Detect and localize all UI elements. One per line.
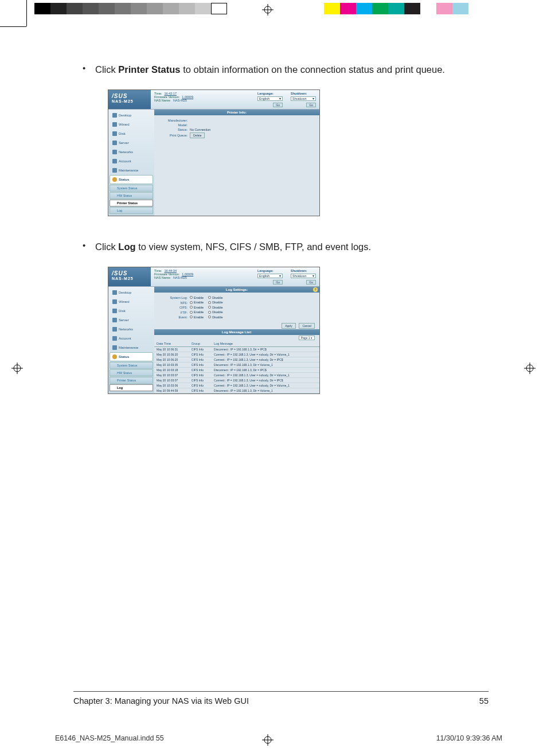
instruction-text: Click Printer Status to obtain informati… [95,63,445,77]
crop-mark [0,26,26,27]
enable-radio[interactable]: Enable [190,306,204,309]
header-meta: Time:16:44:34 Firmware Version:1.00009 N… [151,267,254,286]
server-icon [112,141,117,145]
sidebar-item-desktop[interactable]: Desktop [110,288,153,297]
log-screenshot: /SUS NAS-M25 Time:16:44:34 Firmware Vers… [108,267,320,395]
account-icon [112,159,117,163]
bullet-icon: • [73,63,95,77]
sidebar: Desktop Wizard Disk Server Networks Acco… [108,287,154,394]
chevron-down-icon: ▾ [312,274,314,278]
sidebar-sub-hw-status[interactable]: HW Status [110,192,153,199]
sidebar-item-disk[interactable]: Disk [110,306,153,315]
disable-radio[interactable]: Disable [208,310,222,314]
registration-mark-icon [524,363,536,374]
app-header: /SUS NAS-M25 Time:16:44:34 Firmware Vers… [108,267,319,287]
go-button[interactable]: Go [273,103,283,107]
disable-radio[interactable]: Disable [208,296,222,299]
panel-title-log-settings: Log Settings: [154,287,319,293]
bullet-icon: • [73,240,95,254]
status-icon [112,354,117,359]
instruction-item: • Click Printer Status to obtain informa… [73,63,489,77]
header-meta: Time:16:42:17 Firmware Version:1.00009 N… [151,90,254,109]
go-button[interactable]: Go [306,103,316,107]
color-bar-left [34,3,227,14]
sidebar-item-status[interactable]: Status [110,352,153,361]
sidebar-item-server[interactable]: Server [110,138,153,147]
apply-button[interactable]: Apply [282,323,296,329]
registration-mark-icon [262,4,274,15]
app-header: /SUS NAS-M25 Time:16:42:17 Firmware Vers… [108,90,319,110]
sidebar: Desktop Wizard Disk Server Networks Acco… [108,110,154,216]
sidebar-item-disk[interactable]: Disk [110,129,153,138]
table-row: May 20 10:06:20CIFS InfoConnect : IP = 1… [154,352,319,357]
col-date: Date Time [154,341,189,347]
sidebar-item-account[interactable]: Account [110,334,153,343]
sidebar-item-maintenance[interactable]: Maintenance [110,343,153,352]
disable-radio[interactable]: Disable [208,301,222,304]
enable-radio[interactable]: Enable [190,296,204,299]
table-row: May 20 10:03:35CIFS InfoDisconnect : IP … [154,363,319,368]
shutdown-select[interactable]: Shutdown▾ [291,274,316,278]
table-row: May 20 10:06:31CIFS InfoDisconnect : IP … [154,347,319,352]
enable-radio[interactable]: Enable [190,315,204,319]
print-slug: E6146_NAS-M25_Manual.indd 55 11/30/10 9:… [55,734,502,742]
footer-rule [73,691,489,692]
table-row: May 20 09:44:59CIFS InfoDisconnect : IP … [154,388,319,393]
desktop-icon [112,290,117,295]
disable-radio[interactable]: Disable [208,306,222,309]
chevron-down-icon: ▾ [279,97,281,100]
log-settings-form: System Log:EnableDisableNFS:EnableDisabl… [154,293,319,323]
registration-mark-icon [11,363,23,374]
disk-icon [112,309,117,313]
sidebar-item-server[interactable]: Server [110,315,153,325]
wizard-icon [112,122,117,127]
sidebar-item-wizard[interactable]: Wizard [110,120,153,129]
status-value: No Connection [190,128,210,131]
language-select[interactable]: English▾ [257,96,283,101]
chevron-down-icon: ▾ [279,274,281,278]
sidebar-item-status[interactable]: Status [110,175,153,184]
language-select[interactable]: English▾ [257,274,283,278]
sidebar-sub-system-status[interactable]: System Status [110,185,153,192]
brand-logo: /SUS NAS-M25 [108,90,151,109]
enable-radio[interactable]: Enable [190,301,204,304]
server-icon [112,318,117,322]
sidebar-item-account[interactable]: Account [110,157,153,166]
enable-radio[interactable]: Enable [190,310,204,314]
go-button[interactable]: Go [273,280,283,285]
panel-title-log-messages: Log Message List: [154,329,319,335]
maintenance-icon [112,345,117,350]
sidebar-sub-printer-status[interactable]: Printer Status [110,377,153,384]
source-file: E6146_NAS-M25_Manual.indd 55 [55,734,164,742]
sidebar-sub-log[interactable]: Log [110,207,153,214]
printer-status-screenshot: /SUS NAS-M25 Time:16:42:17 Firmware Vers… [108,89,320,216]
cancel-button[interactable]: Cancel [299,323,315,329]
shutdown-select[interactable]: Shutdown▾ [291,96,316,101]
status-icon [112,177,117,182]
sidebar-sub-log[interactable]: Log [110,384,153,391]
print-queue-label: Print Queue: [158,134,190,137]
delete-button[interactable]: Delete [190,133,205,138]
sidebar-sub-printer-status[interactable]: Printer Status [110,200,153,206]
instruction-item: • Click Log to view system, NFS, CIFS / … [73,240,489,254]
sidebar-sub-hw-status[interactable]: HW Status [110,369,153,376]
table-row: May 20 10:03:07CIFS InfoConnect : IP = 1… [154,373,319,378]
disk-icon [112,131,117,136]
sidebar-item-maintenance[interactable]: Maintenance [110,166,153,175]
disable-radio[interactable]: Disable [208,315,222,319]
sidebar-item-networks[interactable]: Networks [110,325,153,334]
main-panel: Printer Info: Manufacturer: Model: Statu… [154,110,319,216]
desktop-icon [112,113,117,118]
sidebar-item-wizard[interactable]: Wizard [110,297,153,306]
network-icon [112,150,117,154]
go-button[interactable]: Go [306,280,316,285]
header-controls: Language: English▾ Go Shutdown: Shutdown… [254,90,319,109]
color-bar-right [324,3,485,14]
instruction-text: Click Log to view system, NFS, CIFS / SM… [95,240,371,254]
print-timestamp: 11/30/10 9:39:36 AM [436,734,502,742]
sidebar-item-networks[interactable]: Networks [110,147,153,157]
sidebar-sub-system-status[interactable]: System Status [110,362,153,369]
chapter-title: Chapter 3: Managing your NAS via its Web… [73,696,249,706]
sidebar-item-desktop[interactable]: Desktop [110,111,153,120]
page-select[interactable]: Page 1 ▾ [299,336,315,340]
